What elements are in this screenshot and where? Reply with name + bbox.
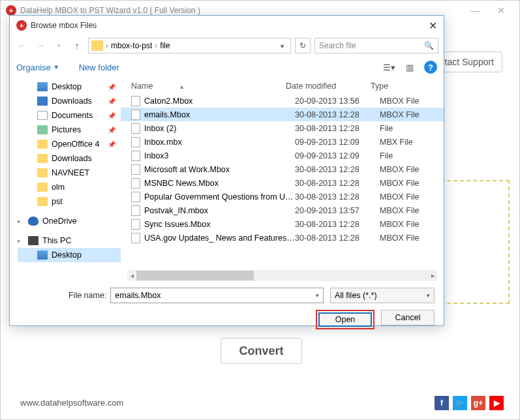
tree-item[interactable]: NAVNEET [18,166,121,180]
filetype-select[interactable]: All files (*.*) ▾ [330,288,435,303]
tree-item[interactable]: Documents📌 [18,108,121,123]
folder-type-icon [37,82,48,91]
tree-item[interactable]: Downloads [18,151,121,166]
dialog-app-icon: + [16,20,27,31]
scroll-right-icon[interactable]: ▸ [428,270,437,281]
file-date: 30-08-2013 12:28 [295,179,380,188]
file-type: MBOX File [380,233,438,243]
search-input[interactable]: Search file 🔍 [314,38,438,53]
chevron-right-icon: › [155,41,157,50]
file-icon [131,96,140,106]
tree-item[interactable]: ▸This PC [18,233,121,248]
file-row[interactable]: Popular Government Questions from US...3… [121,190,444,203]
file-row[interactable]: Sync Issues.Mbox30-08-2013 12:28MBOX Fil… [121,217,444,231]
tree-item-label: Pictures [52,125,81,134]
organise-menu[interactable]: Organise ▼ [16,63,59,72]
file-date: 20-09-2013 13:57 [295,206,380,215]
view-list-icon[interactable]: ☰▾ [380,60,398,74]
tree-item[interactable]: Pictures📌 [18,123,121,137]
col-name-label[interactable]: Name [131,82,153,91]
file-date: 09-09-2013 12:09 [295,138,380,147]
folder-type-icon [37,154,48,163]
back-icon[interactable]: ← [15,38,29,53]
tree-item[interactable]: OpenOffice 4📌 [18,137,121,151]
file-row[interactable]: MSNBC News.Mbox30-08-2013 12:28MBOX File [121,176,444,190]
chevron-down-icon[interactable]: ▾ [316,292,319,299]
tree-item-label: Desktop [52,82,82,91]
file-row[interactable]: Inbox.mbx09-09-2013 12:09MBX File [121,135,444,149]
organise-label: Organise [16,63,51,72]
file-row[interactable]: Caton2.Mbox20-09-2013 13:56MBOX File [121,94,444,108]
tree-item[interactable]: Downloads📌 [18,94,121,108]
tree-item[interactable]: ▸OneDrive [18,214,121,228]
file-row[interactable]: Microsoft at Work.Mbox30-08-2013 12:28MB… [121,162,444,176]
tree-item-label: Downloads [52,154,92,163]
file-date: 30-08-2013 12:28 [295,110,380,119]
horizontal-scrollbar[interactable]: ◂ ▸ [127,270,437,281]
tree-item[interactable]: Desktop [18,248,121,262]
filename-input[interactable]: emails.Mbox ▾ [110,288,324,303]
col-type[interactable]: Type [371,82,429,91]
file-icon [131,233,140,243]
sort-asc-icon: ▲ [179,83,185,90]
expand-icon[interactable]: ▸ [18,237,24,244]
file-row[interactable]: Postvak_IN.mbox20-09-2013 13:57MBOX File [121,203,444,217]
up-icon[interactable]: ↑ [70,38,84,53]
file-name: Caton2.Mbox [144,97,295,106]
tree-item-label: Downloads [52,97,92,106]
cancel-button[interactable]: Cancel [381,310,435,325]
filename-label: File name: [69,291,106,300]
tree-item-label: Desktop [52,250,82,260]
tree-item-label: Documents [52,111,93,120]
twitter-icon[interactable]: 🐦 [453,396,467,410]
breadcrumb-seg-2[interactable]: file [160,41,170,50]
folder-type-icon [37,183,48,192]
dialog-title: Browse mbox Files [31,21,97,30]
chevron-down-icon[interactable]: ▾ [277,42,288,50]
minimize-button[interactable]: — [462,1,488,20]
refresh-icon[interactable]: ↻ [295,38,311,53]
youtube-icon[interactable]: ▶ [489,396,504,410]
tree-item[interactable]: olm [18,180,121,194]
file-dialog: + Browse mbox Files ✕ ← → ▾ ↑ › mbox-to-… [9,15,444,326]
file-row[interactable]: emails.Mbox30-08-2013 12:28MBOX File [121,108,444,121]
main-window: + DataHelp MBOX to PST Wizard v1.0 ( Ful… [0,0,520,420]
file-row[interactable]: Inbox309-09-2013 12:09File [121,149,444,162]
facebook-icon[interactable]: f [435,396,449,410]
file-row[interactable]: USA.gov Updates_ News and Features.M...3… [121,231,444,245]
file-date: 30-08-2013 12:28 [295,124,380,133]
breadcrumb[interactable]: › mbox-to-pst › file ▾ [88,38,291,53]
expand-icon[interactable]: ▸ [18,218,24,224]
file-name: Inbox (2) [144,124,295,133]
footer-url: www.datahelpsoftware.com [20,398,123,408]
tree-item[interactable]: pst [18,194,121,209]
help-icon[interactable]: ? [424,61,437,74]
file-row[interactable]: Inbox (2)30-08-2013 12:28File [121,121,444,135]
googleplus-icon[interactable]: g+ [471,396,485,410]
file-date: 30-08-2013 12:28 [295,165,380,174]
folder-tree[interactable]: Desktop📌Downloads📌Documents📌Pictures📌Ope… [10,78,121,266]
close-icon[interactable]: ✕ [429,20,437,32]
file-name: Postvak_IN.mbox [144,206,295,215]
file-date: 20-09-2013 13:56 [295,97,380,106]
close-main-button[interactable]: ✕ [488,1,514,20]
list-header[interactable]: Name▲ Date modified Type [121,78,444,94]
open-button[interactable]: Open [318,312,372,327]
file-icon [131,178,140,188]
file-type: MBOX File [380,165,438,174]
scroll-left-icon[interactable]: ◂ [127,270,136,281]
file-type: File [380,124,438,133]
tree-item-label: This PC [42,236,71,245]
file-name: MSNBC News.Mbox [144,179,295,188]
recent-dd-icon[interactable]: ▾ [52,38,66,53]
preview-pane-icon[interactable]: ▥ [401,60,419,74]
scroll-thumb[interactable] [136,271,254,280]
file-name: USA.gov Updates_ News and Features.M... [144,233,295,243]
breadcrumb-seg-1[interactable]: mbox-to-pst [111,41,152,50]
tree-item[interactable]: Desktop📌 [18,80,121,94]
convert-button[interactable]: Convert [221,338,302,364]
new-folder-button[interactable]: New folder [79,63,119,72]
col-date[interactable]: Date modified [286,82,371,91]
forward-icon[interactable]: → [33,38,48,53]
filetype-value: All files (*.*) [335,291,377,300]
